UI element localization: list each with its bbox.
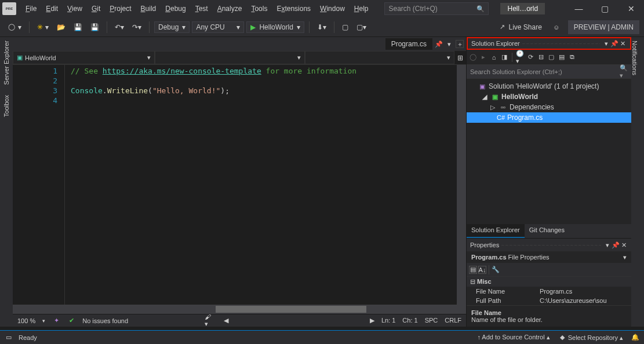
menu-build[interactable]: Build [136, 1, 161, 16]
collapse-icon[interactable]: ⊟ [537, 53, 545, 61]
project-nav-dropdown[interactable]: ▣HelloWorld▾ [13, 51, 155, 64]
close-icon[interactable]: ✕ [618, 39, 627, 47]
toolbar-icon[interactable]: ▢ [339, 21, 351, 33]
dependencies-node[interactable]: ▷ ▫▫ Dependencies [467, 102, 631, 112]
show-all-icon[interactable]: ▢ [547, 53, 555, 61]
select-repository-button[interactable]: ◆ Select Repository ▴ [558, 334, 623, 342]
solution-node[interactable]: ▣ Solution 'HelloWorld' (1 of 1 project) [467, 81, 631, 92]
menu-view[interactable]: View [63, 1, 87, 16]
switch-views-icon[interactable]: ◨ [500, 53, 508, 61]
feedback-button[interactable]: ☺ [550, 21, 563, 33]
menu-extensions[interactable]: Extensions [272, 1, 315, 16]
prop-file-name[interactable]: File NameProgram.cs [467, 287, 631, 296]
preview-admin-badge[interactable]: PREVIEW | ADMIN [568, 20, 639, 34]
properties-icon[interactable]: ▤ [558, 53, 566, 61]
menu-test[interactable]: Test [191, 1, 213, 16]
pin-icon[interactable]: 📌 [612, 241, 620, 249]
menu-help[interactable]: Help [350, 1, 373, 16]
new-item-button[interactable]: ✳▾ [34, 21, 52, 33]
code-editor[interactable]: 1234 // See https://aka.ms/new-console-t… [13, 65, 466, 305]
config-dropdown[interactable]: Debug▾ [154, 21, 190, 33]
menu-debug[interactable]: Debug [161, 1, 190, 16]
expand-icon[interactable]: ▷ [489, 103, 497, 111]
line-ending-indicator[interactable]: CRLF [445, 317, 461, 324]
save-button[interactable]: 💾 [71, 21, 85, 33]
file-tab-program[interactable]: Program.cs [385, 38, 432, 50]
hot-reload-button[interactable]: ⬇▾ [314, 21, 329, 33]
sync-icon[interactable]: ⟳ [526, 53, 534, 61]
solution-explorer-toolbar: ◯ ▸ ⌂ ◨ 🕐▾ ⟳ ⊟ ▢ ▤ ⧉ [467, 50, 631, 65]
save-all-button[interactable]: 💾 [88, 21, 102, 33]
quick-search-input[interactable]: Search (Ctrl+Q) 🔍 [384, 2, 489, 15]
arrow-right-icon[interactable]: ▶ [370, 317, 374, 324]
wrench-icon[interactable]: 🔧 [492, 266, 500, 274]
preview-icon[interactable]: ⧉ [568, 53, 576, 61]
issues-status[interactable]: No issues found [82, 317, 128, 324]
program-file-node[interactable]: C# Program.cs [467, 112, 631, 123]
line-indicator[interactable]: Ln: 1 [381, 317, 395, 324]
prop-full-path[interactable]: Full PathC:\Users\azureuser\sou [467, 296, 631, 305]
open-file-button[interactable]: 📂 [54, 21, 68, 33]
solution-explorer-header[interactable]: Solution Explorer ┄┄┄┄┄┄┄┄┄┄┄┄┄┄┄┄┄┄┄┄┄┄… [467, 37, 631, 50]
project-node[interactable]: ◢ ▣ HelloWorld [467, 92, 631, 102]
notifications-tab[interactable]: Notifications [631, 41, 638, 75]
pin-icon[interactable]: 📌 [610, 39, 618, 47]
dropdown-icon[interactable]: ▾ [603, 241, 612, 249]
platform-dropdown[interactable]: Any CPU▾ [192, 21, 244, 33]
back-icon[interactable]: ◯ [469, 53, 477, 61]
dropdown-icon[interactable]: ▾ [602, 39, 610, 47]
zoom-level[interactable]: 100 % [17, 317, 35, 324]
pin-tab-icon[interactable]: 📌 [435, 40, 443, 48]
categorize-icon[interactable]: ▤ [469, 266, 477, 274]
minimize-button[interactable]: — [566, 0, 592, 17]
char-indicator[interactable]: Ch: 1 [402, 317, 417, 324]
indent-indicator[interactable]: SPC [425, 317, 438, 324]
menu-window[interactable]: Window [315, 1, 350, 16]
add-source-control-button[interactable]: ↑ Add to Source Control ▴ [477, 334, 550, 341]
close-button[interactable]: ✕ [618, 0, 644, 17]
redo-button[interactable]: ↷▾ [129, 21, 144, 33]
split-editor-button[interactable]: ⊞ [454, 51, 466, 64]
solution-name-badge[interactable]: Hell…orld [500, 3, 545, 14]
menu-git[interactable]: Git [87, 1, 105, 16]
expand-icon[interactable]: ◢ [481, 93, 489, 101]
titlebar: PRE FileEditViewGitProjectBuildDebugTest… [0, 0, 644, 17]
arrow-left-icon[interactable]: ◀ [224, 317, 228, 324]
member-nav-dropdown[interactable]: ▾ [305, 51, 455, 64]
start-button[interactable]: ▶HelloWorld▾ [246, 21, 304, 33]
main-menu: FileEditViewGitProjectBuildDebugTestAnal… [21, 1, 373, 16]
solution-search-input[interactable]: Search Solution Explorer (Ctrl+;) 🔍▾ [467, 65, 631, 79]
menu-edit[interactable]: Edit [41, 1, 63, 16]
notifications-bell-icon[interactable]: 🔔 [631, 334, 639, 342]
pending-icon[interactable]: 🕐▾ [516, 53, 524, 61]
properties-header[interactable]: Properties ┄┄┄┄┄┄┄┄┄┄┄┄┄┄┄┄┄┄┄┄┄┄┄┄┄┄┄┄┄… [467, 239, 631, 251]
undo-button[interactable]: ↶▾ [112, 21, 127, 33]
nav-back-button[interactable]: ◯▾ [5, 21, 24, 33]
add-button[interactable]: ＋ [456, 40, 464, 48]
toolbar-icon[interactable]: ▢▾ [354, 21, 369, 33]
forward-icon[interactable]: ▸ [479, 53, 487, 61]
close-icon[interactable]: ✕ [620, 241, 628, 249]
horizontal-scrollbar[interactable] [13, 305, 466, 314]
brush-icon[interactable]: 🖌▾ [205, 317, 213, 325]
menu-file[interactable]: File [21, 1, 41, 16]
vertical-scrollbar[interactable] [457, 65, 466, 305]
search-placeholder: Search (Ctrl+Q) [388, 5, 437, 13]
git-changes-tab[interactable]: Git Changes [525, 224, 569, 238]
toolbox-tab[interactable]: Toolbox [3, 95, 10, 117]
server-explorer-tab[interactable]: Server Explorer [3, 41, 10, 85]
maximize-button[interactable]: ▢ [592, 0, 618, 17]
tasks-icon[interactable]: ▭ [5, 334, 13, 342]
home-icon[interactable]: ⌂ [490, 53, 498, 61]
dropdown-icon[interactable]: ▾ [445, 40, 453, 48]
properties-subject[interactable]: Program.cs File Properties ▾ [467, 251, 631, 263]
health-indicator-icon[interactable]: ✦ [52, 317, 60, 325]
sort-icon[interactable]: A↓ [478, 266, 486, 274]
menu-analyze[interactable]: Analyze [213, 1, 247, 16]
menu-tools[interactable]: Tools [246, 1, 272, 16]
type-nav-dropdown[interactable]: ▾ [155, 51, 305, 64]
solution-explorer-tab[interactable]: Solution Explorer [467, 224, 525, 238]
live-share-button[interactable]: ↗Live Share [495, 21, 544, 33]
category-misc[interactable]: ⊟ Misc [467, 277, 631, 287]
menu-project[interactable]: Project [105, 1, 136, 16]
